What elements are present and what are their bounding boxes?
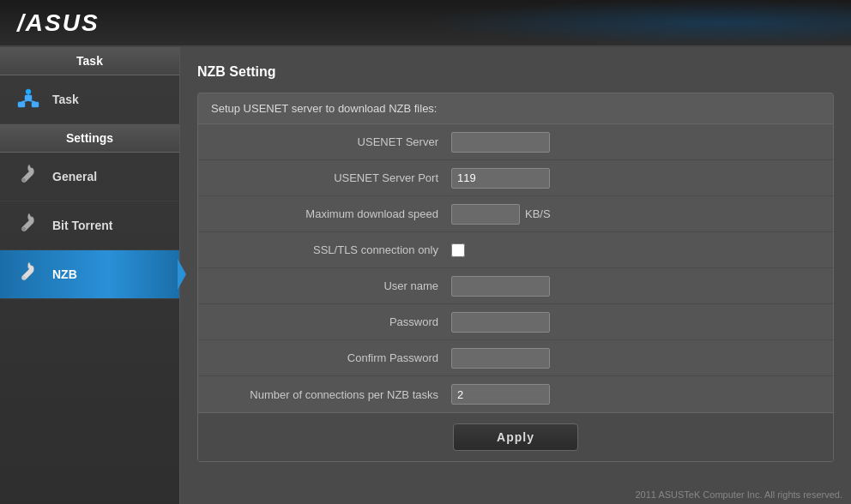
- sidebar-general-label: General: [52, 170, 97, 183]
- apply-row: Apply: [198, 412, 833, 461]
- form-row-ssl: SSL/TLS connection only: [198, 232, 833, 268]
- apply-button[interactable]: Apply: [453, 423, 578, 451]
- svg-rect-2: [32, 102, 39, 107]
- sidebar-item-task[interactable]: Task: [0, 75, 179, 124]
- form-row-password: Password: [198, 304, 833, 340]
- header: /ASUS: [0, 0, 851, 47]
- svg-rect-0: [18, 102, 25, 107]
- input-usenet-server[interactable]: [451, 132, 550, 153]
- form-row-max-speed: Maximum download speed KB/S: [198, 196, 833, 232]
- unit-kbs: KB/S: [525, 207, 551, 220]
- page-title: NZB Setting: [197, 64, 834, 80]
- panel-header: Setup USENET server to download NZB file…: [198, 93, 833, 124]
- svg-point-8: [22, 227, 26, 231]
- svg-point-5: [26, 89, 31, 94]
- label-username: User name: [211, 279, 451, 292]
- input-connections[interactable]: [451, 384, 550, 405]
- input-password[interactable]: [451, 312, 550, 333]
- input-usenet-port[interactable]: [451, 168, 550, 189]
- sidebar-section-settings: Settings: [0, 124, 179, 153]
- copyright: 2011 ASUSTeK Computer Inc. All rights re…: [635, 489, 842, 500]
- settings-panel: Setup USENET server to download NZB file…: [197, 93, 834, 462]
- form-row-usenet-server: USENET Server: [198, 124, 833, 160]
- form-row-connections: Number of connections per NZB tasks: [198, 376, 833, 412]
- sidebar-item-general[interactable]: General: [0, 153, 179, 201]
- label-password: Password: [211, 315, 451, 328]
- sidebar-item-bittorrent[interactable]: Bit Torrent: [0, 201, 179, 250]
- input-confirm-password[interactable]: [451, 348, 550, 369]
- svg-rect-1: [25, 95, 32, 100]
- content-area: NZB Setting Setup USENET server to downl…: [180, 47, 851, 504]
- input-username[interactable]: [451, 276, 550, 297]
- wrench-nzb-icon: [13, 259, 44, 290]
- svg-point-7: [22, 178, 26, 182]
- form-row-confirm-password: Confirm Password: [198, 340, 833, 376]
- svg-point-9: [22, 276, 26, 279]
- sidebar-item-nzb[interactable]: NZB: [0, 250, 179, 299]
- label-usenet-port: USENET Server Port: [211, 171, 451, 184]
- main-layout: Task Task Settings: [0, 47, 851, 504]
- sidebar-bittorrent-label: Bit Torrent: [52, 219, 113, 232]
- svg-line-4: [28, 100, 35, 102]
- network-icon: [13, 84, 44, 115]
- label-connections: Number of connections per NZB tasks: [211, 388, 451, 401]
- sidebar-nzb-label: NZB: [52, 267, 77, 281]
- wrench-bittorrent-icon: [13, 210, 44, 241]
- label-confirm-password: Confirm Password: [211, 351, 451, 364]
- sidebar-section-task: Task: [0, 47, 179, 75]
- label-max-speed: Maximum download speed: [211, 207, 451, 220]
- asus-logo: /ASUS: [17, 9, 100, 37]
- sidebar: Task Task Settings: [0, 47, 180, 504]
- input-max-speed[interactable]: [451, 204, 520, 225]
- form-row-usenet-port: USENET Server Port: [198, 160, 833, 196]
- checkbox-ssl[interactable]: [451, 243, 465, 257]
- form-row-username: User name: [198, 268, 833, 304]
- sidebar-task-label: Task: [52, 93, 79, 106]
- wrench-general-icon: [13, 161, 44, 192]
- svg-line-3: [21, 100, 28, 102]
- label-ssl: SSL/TLS connection only: [211, 243, 451, 256]
- label-usenet-server: USENET Server: [211, 135, 451, 148]
